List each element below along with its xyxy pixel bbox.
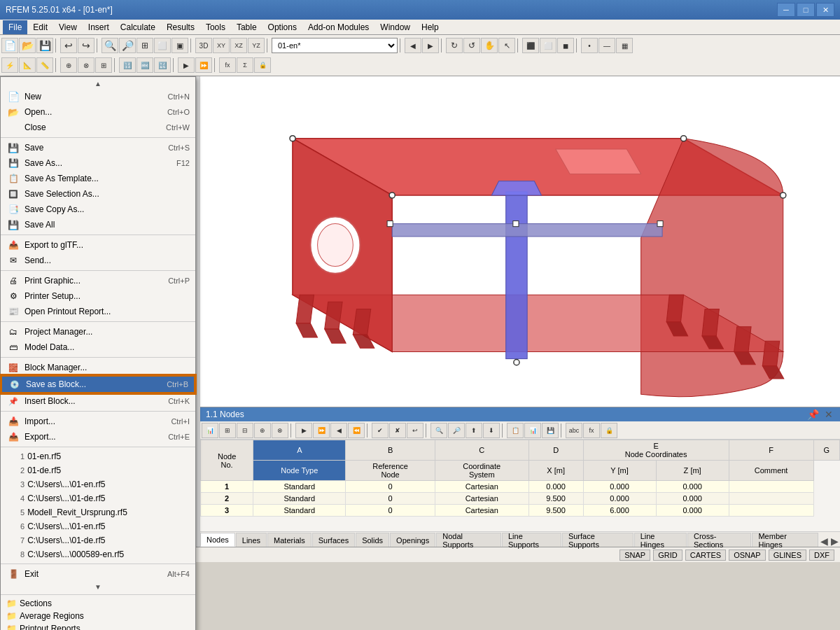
- dt-btn14[interactable]: 🔎: [448, 423, 465, 438]
- tb-node[interactable]: •: [581, 38, 598, 53]
- menu-item-projectmanager[interactable]: Project Manager...: [1, 324, 195, 340]
- scroll-up[interactable]: ▲: [1, 78, 195, 89]
- tb2-3[interactable]: 📏: [36, 57, 53, 73]
- cartes-button[interactable]: CARTES: [685, 550, 726, 561]
- dt-btn10[interactable]: ✔: [372, 423, 388, 438]
- tb2-11[interactable]: ⏩: [195, 57, 212, 73]
- tb2-14[interactable]: 🔒: [254, 57, 271, 73]
- recent-3[interactable]: 3 C:\Users\...\01-en.rf5: [1, 477, 195, 491]
- dt-btn11[interactable]: ✘: [389, 423, 406, 438]
- tb2-7[interactable]: 🔢: [119, 57, 136, 73]
- menu-item-printgraphic[interactable]: Print Graphic... Ctrl+P: [1, 273, 195, 288]
- data-panel-close[interactable]: ✕: [823, 409, 834, 420]
- dt-btn19[interactable]: 💾: [542, 423, 559, 438]
- osnap-button[interactable]: OSNAP: [729, 550, 766, 561]
- menu-item-open[interactable]: Open... Ctrl+O: [1, 104, 195, 120]
- tb-open[interactable]: 📂: [19, 38, 36, 53]
- viewport-3d[interactable]: [200, 76, 840, 407]
- dt-btn20[interactable]: abc: [566, 423, 582, 438]
- tabs-scroll-left[interactable]: ◀: [819, 536, 830, 547]
- menu-item-savecopy[interactable]: Save Copy As...: [1, 202, 195, 217]
- tab-nodes[interactable]: Nodes: [200, 533, 235, 547]
- menu-item-import[interactable]: Import... Ctrl+I: [1, 414, 195, 429]
- menu-window[interactable]: Window: [374, 20, 416, 34]
- menu-item-save[interactable]: Save Ctrl+S: [1, 140, 195, 155]
- menu-item-saveselection[interactable]: Save Selection As...: [1, 186, 195, 202]
- tb-rotate[interactable]: ↻: [446, 38, 463, 53]
- menu-addon[interactable]: Add-on Modules: [302, 20, 374, 34]
- menu-view[interactable]: View: [53, 20, 83, 34]
- menu-item-exportgltf[interactable]: Export to glTF...: [1, 237, 195, 253]
- tb-zoom-in[interactable]: 🔍: [102, 38, 118, 53]
- tb-render[interactable]: ⬛: [522, 38, 539, 53]
- dt-btn5[interactable]: ⊗: [272, 423, 288, 438]
- tab-surfaces[interactable]: Surfaces: [312, 533, 355, 547]
- dt-btn21[interactable]: fx: [583, 423, 600, 438]
- tb-prev[interactable]: ◀: [405, 38, 421, 53]
- tb2-5[interactable]: ⊗: [78, 57, 94, 73]
- dt-btn15[interactable]: ⬆: [465, 423, 482, 438]
- tab-solids[interactable]: Solids: [356, 533, 389, 547]
- menu-item-new[interactable]: New Ctrl+N: [1, 89, 195, 104]
- menu-item-saveastemplate[interactable]: Save As Template...: [1, 171, 195, 186]
- dt-btn22[interactable]: 🔒: [601, 423, 617, 438]
- tb2-13[interactable]: Σ: [237, 57, 253, 73]
- minimize-button[interactable]: ─: [777, 3, 795, 17]
- menu-tools[interactable]: Tools: [200, 20, 231, 34]
- recent-4[interactable]: 4 C:\Users\...\01-de.rf5: [1, 491, 195, 505]
- dt-btn16[interactable]: ⬇: [483, 423, 500, 438]
- dt-btn6[interactable]: ▶: [295, 423, 312, 438]
- dt-btn1[interactable]: 📊: [202, 423, 218, 438]
- tb2-2[interactable]: 📐: [19, 57, 36, 73]
- tb-new[interactable]: 📄: [1, 38, 18, 53]
- tb-line[interactable]: —: [598, 38, 615, 53]
- close-button[interactable]: ✕: [816, 3, 834, 17]
- tab-surface-supports[interactable]: Surface Supports: [562, 533, 634, 547]
- dt-btn2[interactable]: ⊞: [219, 423, 236, 438]
- tb-rotate2[interactable]: ↺: [463, 38, 480, 53]
- tabs-scroll-right[interactable]: ▶: [830, 536, 840, 547]
- tb-undo[interactable]: ↩: [60, 38, 77, 53]
- menu-item-modeldata[interactable]: Model Data...: [1, 340, 195, 355]
- recent-2[interactable]: 2 01-de.rf5: [1, 463, 195, 477]
- dt-btn3[interactable]: ⊟: [237, 423, 253, 438]
- tb-solid[interactable]: ◼: [557, 38, 574, 53]
- dt-btn17[interactable]: 📋: [507, 423, 524, 438]
- tree-sections[interactable]: 📁 Sections: [1, 597, 195, 610]
- snap-button[interactable]: SNAP: [620, 550, 650, 561]
- menu-help[interactable]: Help: [416, 20, 444, 34]
- tb-pan[interactable]: ✋: [481, 38, 498, 53]
- menu-item-saveas[interactable]: Save As... F12: [1, 155, 195, 171]
- menu-item-blockmanager[interactable]: Block Manager...: [1, 360, 195, 375]
- tab-openings[interactable]: Openings: [390, 533, 435, 547]
- menu-insert[interactable]: Insert: [83, 20, 115, 34]
- tb-view-xz[interactable]: XZ: [230, 38, 247, 53]
- maximize-button[interactable]: □: [797, 3, 815, 17]
- menu-results[interactable]: Results: [161, 20, 200, 34]
- tb2-6[interactable]: ⊞: [95, 57, 112, 73]
- menu-item-export[interactable]: Export... Ctrl+E: [1, 429, 195, 444]
- menu-table[interactable]: Table: [231, 20, 262, 34]
- tb-view-xy[interactable]: XY: [213, 38, 230, 53]
- data-table-container[interactable]: NodeNo. A B C D ENode Coordinates F G No…: [200, 440, 840, 531]
- tb-surface[interactable]: ▦: [616, 38, 633, 53]
- tb-zoom-all[interactable]: ⊞: [136, 38, 153, 53]
- tb2-9[interactable]: 🔣: [154, 57, 171, 73]
- menu-item-close[interactable]: Close Ctrl+W: [1, 120, 195, 135]
- data-panel-pin[interactable]: 📌: [806, 409, 820, 420]
- glines-button[interactable]: GLINES: [769, 550, 806, 561]
- tb2-10[interactable]: ▶: [178, 57, 195, 73]
- menu-options[interactable]: Options: [262, 20, 302, 34]
- recent-8[interactable]: 8 C:\Users\...\000589-en.rf5: [1, 547, 195, 561]
- dxf-button[interactable]: DXF: [809, 550, 834, 561]
- tb2-12[interactable]: fx: [219, 57, 236, 73]
- tree-printout-reports[interactable]: 📁 Printout Reports: [1, 622, 195, 630]
- tb-next[interactable]: ▶: [422, 38, 439, 53]
- tb-view-3d[interactable]: 3D: [195, 38, 212, 53]
- menu-edit[interactable]: Edit: [27, 20, 53, 34]
- tab-line-hinges[interactable]: Line Hinges: [634, 533, 687, 547]
- tab-line-supports[interactable]: Line Supports: [502, 533, 561, 547]
- tab-member-hinges[interactable]: Member Hinges: [752, 533, 818, 547]
- tab-lines[interactable]: Lines: [236, 533, 267, 547]
- tb-select[interactable]: ↖: [498, 38, 515, 53]
